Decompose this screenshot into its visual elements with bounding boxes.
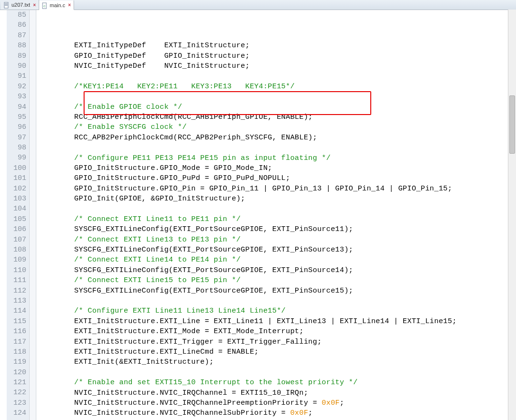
code-line[interactable]: SYSCFG_EXTILineConfig(EXTI_PortSourceGPI… (38, 265, 516, 275)
line-number-gutter[interactable]: 8586878889909192939495969798991001011021… (7, 10, 30, 420)
line-number: 102 (7, 184, 29, 194)
line-number: 120 (7, 368, 29, 378)
line-number: 87 (7, 31, 29, 41)
svg-rect-3 (5, 5, 8, 6)
line-number: 100 (7, 163, 29, 173)
line-number: 110 (7, 265, 29, 275)
code-line[interactable]: GPIO_InitStructure.GPIO_Mode = GPIO_Mode… (38, 163, 516, 173)
svg-text:c: c (43, 4, 45, 8)
code-line[interactable]: RCC_APB2PeriphClockCmd(RCC_APB2Periph_SY… (38, 133, 516, 143)
code-line[interactable]: /* Configure EXTI Line11 Line13 Line14 L… (38, 306, 516, 316)
fold-margin[interactable] (30, 10, 36, 420)
code-line[interactable]: EXTI_InitTypeDef EXTI_InitStructure; (38, 41, 516, 51)
code-line[interactable]: SYSCFG_EXTILineConfig(EXTI_PortSourceGPI… (38, 245, 516, 255)
code-line[interactable]: EXTI_InitStructure.EXTI_Line = EXTI_Line… (38, 316, 516, 326)
line-number: 116 (7, 326, 29, 336)
code-line[interactable]: GPIO_InitStructure.GPIO_PuPd = GPIO_PuPd… (38, 173, 516, 183)
line-number: 112 (7, 286, 29, 296)
line-number: 94 (7, 102, 29, 112)
line-number: 113 (7, 296, 29, 306)
code-line[interactable]: /* Connect EXTI Line11 to PE11 pin */ (38, 214, 516, 224)
code-editor[interactable]: EXTI_InitTypeDef EXTI_InitStructure; GPI… (36, 10, 516, 420)
code-line[interactable]: /* Enable GPIOE clock */ (38, 102, 516, 112)
code-line[interactable]: /* Enable SYSCFG clock */ (38, 122, 516, 132)
line-number: 103 (7, 194, 29, 204)
line-number: 114 (7, 306, 29, 316)
line-number: 123 (7, 398, 29, 408)
line-number: 86 (7, 20, 29, 30)
tab-file-1[interactable]: c main.c × (39, 0, 74, 10)
line-number: 96 (7, 122, 29, 132)
code-line[interactable] (38, 368, 516, 378)
line-number: 105 (7, 214, 29, 224)
code-line[interactable]: /* Connect EXTI Line14 to PE14 pin */ (38, 255, 516, 265)
line-number: 93 (7, 92, 29, 102)
code-line[interactable]: EXTI_Init(&EXTI_InitStructure); (38, 357, 516, 367)
tab-file-0[interactable]: u207.txt × (1, 0, 39, 10)
svg-rect-1 (5, 3, 8, 4)
code-line[interactable] (38, 92, 516, 102)
svg-rect-2 (5, 4, 8, 5)
code-line[interactable]: EXTI_InitStructure.EXTI_Trigger = EXTI_T… (38, 337, 516, 347)
line-number: 89 (7, 51, 29, 61)
code-line[interactable] (38, 143, 516, 153)
line-number: 106 (7, 224, 29, 234)
code-line[interactable]: GPIO_InitStructure.GPIO_Pin = GPIO_Pin_1… (38, 184, 516, 194)
line-number: 88 (7, 41, 29, 51)
line-number: 90 (7, 61, 29, 71)
code-line[interactable]: /* Connect EXTI Line13 to PE13 pin */ (38, 235, 516, 245)
line-number: 118 (7, 347, 29, 357)
code-line[interactable] (38, 296, 516, 306)
line-number: 111 (7, 275, 29, 285)
line-number: 124 (7, 408, 29, 418)
code-line[interactable]: NVIC_InitStructure.NVIC_IRQChannelSubPri… (38, 408, 516, 418)
code-line[interactable]: RCC_AHB1PeriphClockCmd(RCC_AHB1Periph_GP… (38, 112, 516, 122)
code-line[interactable]: /*KEY1:PE14 KEY2:PE11 KEY3:PE13 KEY4:PE1… (38, 82, 516, 92)
line-number: 108 (7, 245, 29, 255)
file-icon: c (42, 2, 48, 8)
tab-label: u207.txt (11, 2, 30, 8)
code-line[interactable]: /* Configure PE11 PE13 PE14 PE15 pin as … (38, 153, 516, 163)
line-number: 119 (7, 357, 29, 367)
line-number: 91 (7, 71, 29, 81)
code-line[interactable]: GPIO_Init(GPIOE, &GPIO_InitStructure); (38, 194, 516, 204)
line-number: 104 (7, 204, 29, 214)
line-number: 99 (7, 153, 29, 163)
line-number: 107 (7, 235, 29, 245)
line-number: 115 (7, 316, 29, 326)
code-line[interactable]: SYSCFG_EXTILineConfig(EXTI_PortSourceGPI… (38, 224, 516, 234)
line-number: 117 (7, 337, 29, 347)
code-line[interactable]: GPIO_InitTypeDef GPIO_InitStructure; (38, 51, 516, 61)
line-number: 92 (7, 82, 29, 92)
line-number: 98 (7, 143, 29, 153)
line-number: 95 (7, 112, 29, 122)
vertical-scrollbar[interactable] (508, 10, 516, 420)
editor-area: 8586878889909192939495969798991001011021… (0, 10, 516, 420)
bookmark-margin[interactable] (0, 10, 7, 420)
tab-bar: u207.txt × c main.c × (0, 0, 516, 10)
line-number: 121 (7, 378, 29, 388)
code-line[interactable] (38, 204, 516, 214)
code-line[interactable]: /* Enable and set EXTI15_10 Interrupt to… (38, 378, 516, 388)
code-line[interactable]: EXTI_InitStructure.EXTI_Mode = EXTI_Mode… (38, 326, 516, 336)
code-line[interactable]: EXTI_InitStructure.EXTI_LineCmd = ENABLE… (38, 347, 516, 357)
code-line[interactable]: SYSCFG_EXTILineConfig(EXTI_PortSourceGPI… (38, 286, 516, 296)
line-number: 122 (7, 388, 29, 398)
tab-label: main.c (50, 2, 65, 8)
code-line[interactable] (38, 71, 516, 81)
line-number: 101 (7, 173, 29, 183)
line-number: 109 (7, 255, 29, 265)
line-number: 97 (7, 133, 29, 143)
code-line[interactable]: /* Connect EXTI Line15 to PE15 pin */ (38, 275, 516, 285)
code-line[interactable]: NVIC_InitStructure.NVIC_IRQChannel = EXT… (38, 388, 516, 398)
line-number: 85 (7, 10, 29, 20)
file-icon (4, 2, 10, 8)
close-icon[interactable]: × (68, 2, 71, 8)
scrollbar-thumb[interactable] (509, 95, 515, 154)
close-icon[interactable]: × (33, 2, 36, 8)
code-line[interactable]: NVIC_InitStructure.NVIC_IRQChannelPreemp… (38, 398, 516, 408)
code-line[interactable]: NVIC_InitTypeDef NVIC_InitStructure; (38, 61, 516, 71)
